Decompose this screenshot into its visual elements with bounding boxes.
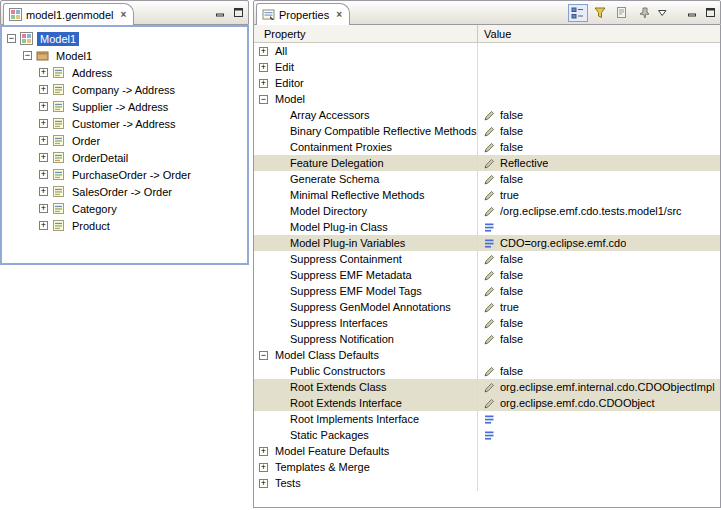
expander-icon[interactable]: +: [39, 119, 48, 128]
tree-item-label[interactable]: Order: [69, 134, 103, 148]
genmodel-editor-view: model1.genmodel × − Model1 − Model1 +: [0, 0, 249, 265]
property-row[interactable]: Suppress Containment false: [254, 251, 720, 267]
property-category-row[interactable]: + All: [254, 43, 720, 59]
property-row[interactable]: Model Plug-in Class: [254, 219, 720, 235]
property-row[interactable]: Minimal Reflective Methods true: [254, 187, 720, 203]
restore-default-value-icon[interactable]: [612, 4, 632, 22]
property-row[interactable]: Root Extends Interface org.eclipse.emf.c…: [254, 395, 720, 411]
expander-icon[interactable]: +: [39, 153, 48, 162]
pencil-icon: [483, 318, 496, 329]
tree-row[interactable]: − Model1: [2, 30, 247, 47]
expander-icon[interactable]: +: [39, 221, 48, 230]
expander-icon[interactable]: +: [259, 447, 268, 456]
property-category-row[interactable]: − Model: [254, 91, 720, 107]
category-label: Templates & Merge: [275, 461, 370, 473]
tree-item-label[interactable]: Customer -> Address: [69, 117, 179, 131]
tree-row[interactable]: + PurchaseOrder -> Order: [2, 166, 247, 183]
property-row[interactable]: Suppress Interfaces false: [254, 315, 720, 331]
show-advanced-properties-icon[interactable]: [590, 4, 610, 22]
maximize-icon[interactable]: [702, 5, 718, 21]
expander-icon[interactable]: −: [259, 95, 268, 104]
tree-item-label[interactable]: SalesOrder -> Order: [69, 185, 175, 199]
tree-item-label[interactable]: Model1: [53, 49, 95, 63]
minimize-icon[interactable]: [684, 5, 700, 21]
tree-row[interactable]: + Order: [2, 132, 247, 149]
expander-icon[interactable]: −: [259, 351, 268, 360]
expander-icon[interactable]: +: [259, 79, 268, 88]
expander-icon[interactable]: +: [39, 136, 48, 145]
tree-row[interactable]: + Address: [2, 64, 247, 81]
expander-icon[interactable]: +: [39, 204, 48, 213]
property-row[interactable]: Containment Proxies false: [254, 139, 720, 155]
property-label: Suppress Notification: [290, 333, 394, 345]
property-row[interactable]: Suppress Notification false: [254, 331, 720, 347]
tree-row[interactable]: + Product: [2, 217, 247, 234]
expander-icon[interactable]: +: [259, 479, 268, 488]
tree-row[interactable]: + Company -> Address: [2, 81, 247, 98]
property-category-row[interactable]: + Edit: [254, 59, 720, 75]
tree-row[interactable]: − Model1: [2, 47, 247, 64]
property-category-row[interactable]: + Model Feature Defaults: [254, 443, 720, 459]
property-row[interactable]: Suppress EMF Model Tags false: [254, 283, 720, 299]
tree-item-label[interactable]: OrderDetail: [69, 151, 131, 165]
maximize-icon[interactable]: [230, 5, 246, 21]
property-row[interactable]: Suppress EMF Metadata false: [254, 267, 720, 283]
tree-row[interactable]: + OrderDetail: [2, 149, 247, 166]
property-row[interactable]: Static Packages: [254, 427, 720, 443]
list-icon: [483, 222, 496, 233]
expander-icon[interactable]: +: [39, 85, 48, 94]
property-row[interactable]: Model Plug-in Variables CDO=org.eclipse.…: [254, 235, 720, 251]
property-category-row[interactable]: − Model Class Defaults: [254, 347, 720, 363]
property-row[interactable]: Array Accessors false: [254, 107, 720, 123]
view-menu-icon[interactable]: [656, 4, 669, 22]
list-icon: [483, 238, 496, 249]
property-category-row[interactable]: + Editor: [254, 75, 720, 91]
tree-item-label[interactable]: Model1: [37, 32, 79, 46]
minimize-icon[interactable]: [212, 5, 228, 21]
expander-icon[interactable]: +: [259, 47, 268, 56]
tree-row[interactable]: + Category: [2, 200, 247, 217]
property-category-row[interactable]: + Templates & Merge: [254, 459, 720, 475]
property-row[interactable]: Model Directory /org.eclipse.emf.cdo.tes…: [254, 203, 720, 219]
pencil-icon: [483, 110, 496, 121]
close-icon[interactable]: ×: [120, 9, 126, 20]
property-row[interactable]: Public Constructors false: [254, 363, 720, 379]
close-icon[interactable]: ×: [336, 9, 342, 20]
expander-icon[interactable]: +: [259, 463, 268, 472]
property-row[interactable]: Feature Delegation Reflective: [254, 155, 720, 171]
expander-icon[interactable]: −: [23, 51, 32, 60]
property-label: Suppress GenModel Annotations: [290, 301, 451, 313]
properties-icon: [262, 8, 275, 21]
property-label: Array Accessors: [290, 109, 369, 121]
tree-row[interactable]: + SalesOrder -> Order: [2, 183, 247, 200]
tree-item-label[interactable]: Product: [69, 219, 113, 233]
tree-row[interactable]: + Supplier -> Address: [2, 98, 247, 115]
expander-icon[interactable]: +: [259, 63, 268, 72]
class-icon: [52, 100, 65, 113]
property-row[interactable]: Root Extends Class org.eclipse.emf.inter…: [254, 379, 720, 395]
tree-item-label[interactable]: Company -> Address: [69, 83, 178, 97]
expander-icon[interactable]: −: [7, 34, 16, 43]
expander-icon[interactable]: +: [39, 170, 48, 179]
expander-icon[interactable]: +: [39, 102, 48, 111]
tab-model1-genmodel[interactable]: model1.genmodel ×: [3, 3, 134, 25]
tree-item-label[interactable]: Address: [69, 66, 115, 80]
tree-item-label[interactable]: Supplier -> Address: [69, 100, 171, 114]
column-header-value[interactable]: Value: [478, 25, 720, 42]
tree-item-label[interactable]: Category: [69, 202, 120, 216]
property-label: Containment Proxies: [290, 141, 392, 153]
property-row[interactable]: Suppress GenModel Annotations true: [254, 299, 720, 315]
property-category-row[interactable]: + Tests: [254, 475, 720, 491]
tree-row[interactable]: + Customer -> Address: [2, 115, 247, 132]
property-row[interactable]: Generate Schema false: [254, 171, 720, 187]
column-header-property[interactable]: Property: [254, 25, 478, 42]
tree-item-label[interactable]: PurchaseOrder -> Order: [69, 168, 194, 182]
expander-icon[interactable]: +: [39, 187, 48, 196]
property-row[interactable]: Binary Compatible Reflective Methods fal…: [254, 123, 720, 139]
property-row[interactable]: Root Implements Interface: [254, 411, 720, 427]
properties-table-body: + All + Edit + Editor − Model Array Acce…: [254, 43, 720, 507]
expander-icon[interactable]: +: [39, 68, 48, 77]
tab-properties[interactable]: Properties ×: [256, 3, 350, 25]
show-categories-icon[interactable]: [568, 4, 588, 22]
pin-icon[interactable]: [634, 4, 654, 22]
